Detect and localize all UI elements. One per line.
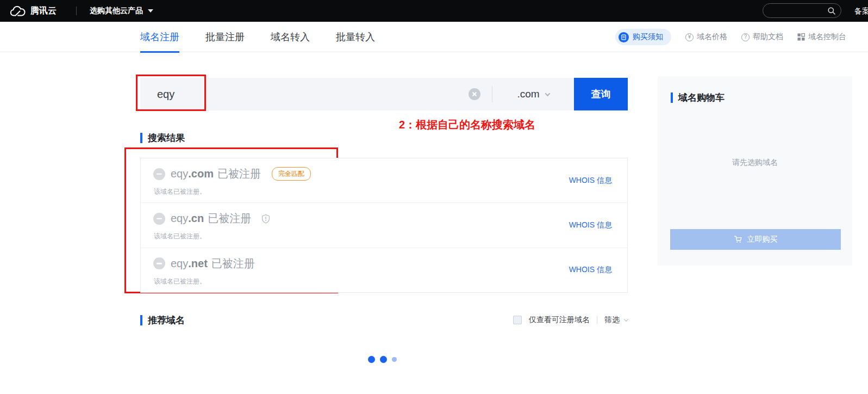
domain-name: eqy — [171, 168, 188, 180]
domain-status: 已被注册 — [211, 257, 255, 269]
domain-title: eqy.com已被注册 — [171, 167, 261, 181]
chevron-down-icon — [624, 317, 628, 321]
result-row-eqy-cn: eqy.cn已被注册 该域名已被注册。 WHOIS 信息 — [141, 202, 627, 247]
tab-batch-transfer-in[interactable]: 批量转入 — [336, 22, 375, 52]
subnav: 域名注册 批量注册 域名转入 批量转入 购买须知 — [0, 22, 868, 52]
registered-minus-icon — [153, 213, 165, 225]
domain-search-field: .com — [140, 78, 574, 110]
query-button[interactable]: 查询 — [574, 78, 628, 110]
domain-console-link[interactable]: 域名控制台 — [797, 32, 846, 42]
products-menu-label: 选购其他云产品 — [90, 6, 143, 16]
domain-tld: .com — [188, 168, 214, 180]
domain-price-label: 域名价格 — [697, 32, 727, 42]
whois-link[interactable]: WHOIS 信息 — [569, 265, 612, 275]
tabs: 域名注册 批量注册 域名转入 批量转入 — [140, 22, 375, 52]
beian-link[interactable]: 备案 — [854, 7, 868, 16]
tab-label: 域名注册 — [140, 30, 179, 44]
tab-label: 批量注册 — [205, 30, 245, 44]
result-row-eqy-net: eqy.net已被注册 该域名已被注册。 WHOIS 信息 — [141, 248, 627, 292]
question-circle-icon: ? — [741, 33, 750, 41]
tab-batch-register[interactable]: 批量注册 — [205, 22, 245, 52]
result-row-title: eqy.net已被注册 — [153, 256, 627, 271]
title-accent-bar — [140, 315, 142, 325]
cart-title: 域名购物车 — [671, 91, 725, 104]
loading-indicator — [368, 356, 397, 363]
cart-title-text: 域名购物车 — [678, 91, 725, 104]
exact-match-badge: 完全匹配 — [272, 167, 311, 181]
search-results-card: eqy.com已被注册 完全匹配 该域名已被注册。 WHOIS 信息 eqy.c… — [140, 158, 628, 293]
brand-logo[interactable]: 腾讯云 — [10, 5, 57, 17]
topbar-search[interactable] — [763, 3, 841, 18]
domain-title: eqy.net已被注册 — [171, 256, 255, 271]
loading-dot — [380, 356, 387, 363]
buy-now-label: 立即购买 — [747, 235, 778, 244]
help-docs-link[interactable]: ? 帮助文档 — [741, 32, 783, 42]
registrable-only-checkbox[interactable] — [513, 316, 522, 324]
result-row-eqy-com: eqy.com已被注册 完全匹配 该域名已被注册。 WHOIS 信息 — [141, 158, 627, 202]
active-tab-underline — [140, 51, 179, 53]
grid-icon — [797, 33, 805, 41]
tab-domain-transfer-in[interactable]: 域名转入 — [271, 22, 310, 52]
result-note: 该域名已被注册。 — [154, 232, 627, 241]
registered-minus-icon — [153, 257, 165, 269]
domain-console-label: 域名控制台 — [808, 32, 846, 42]
chevron-down-icon — [545, 91, 550, 96]
title-accent-bar — [140, 133, 142, 143]
domain-price-link[interactable]: ¥ 域名价格 — [685, 32, 727, 42]
loading-dot — [392, 357, 397, 362]
tld-select[interactable]: .com — [492, 78, 574, 110]
tab-label: 批量转入 — [336, 30, 375, 44]
help-docs-label: 帮助文档 — [753, 32, 783, 42]
loading-dot — [368, 356, 375, 363]
result-note: 该域名已被注册。 — [154, 187, 627, 196]
nav-links: 购买须知 ¥ 域名价格 ? 帮助文档 域名控制台 — [615, 22, 846, 52]
topbar: 腾讯云 选购其他云产品 备案 — [0, 0, 868, 22]
cart-empty-text: 请先选购域名 — [658, 158, 852, 168]
buy-now-button[interactable]: 立即购买 — [670, 229, 841, 250]
search-results-title-text: 搜索结果 — [148, 132, 185, 144]
yen-circle-icon: ¥ — [685, 33, 694, 41]
annotation-step2-text: 2：根据自己的名称搜索域名 — [399, 118, 535, 132]
domain-cart-panel: 域名购物车 请先选购域名 立即购买 — [658, 76, 852, 266]
topbar-search-input[interactable] — [763, 7, 827, 15]
topbar-divider — [76, 7, 77, 15]
tab-domain-register[interactable]: 域名注册 — [140, 22, 179, 52]
whois-link[interactable]: WHOIS 信息 — [569, 176, 612, 186]
domain-title: eqy.cn已被注册 — [171, 211, 251, 226]
filter-dropdown-label: 筛选 — [604, 315, 620, 325]
document-icon — [619, 32, 629, 42]
buy-notice-link[interactable]: 购买须知 — [615, 29, 671, 45]
domain-tld: .net — [188, 257, 208, 269]
shield-info-icon — [261, 214, 271, 224]
title-accent-bar — [671, 93, 673, 103]
search-results-title: 搜索结果 — [140, 132, 185, 144]
recommend-title-text: 推荐域名 — [148, 314, 185, 327]
buy-notice-label: 购买须知 — [633, 32, 663, 42]
result-row-title: eqy.cn已被注册 — [153, 211, 627, 226]
filter-divider — [597, 316, 597, 324]
domain-search-input[interactable] — [140, 78, 469, 110]
page: 腾讯云 选购其他云产品 备案 域名注册 批量注册 域名转入 — [0, 0, 868, 394]
domain-status: 已被注册 — [217, 168, 261, 180]
clear-input-icon[interactable] — [469, 88, 480, 100]
domain-status: 已被注册 — [208, 212, 251, 224]
brand-name: 腾讯云 — [30, 5, 57, 17]
registered-minus-icon — [153, 168, 165, 180]
domain-name: eqy — [171, 212, 188, 224]
recommend-title: 推荐域名 — [140, 314, 185, 327]
whois-link[interactable]: WHOIS 信息 — [569, 220, 612, 230]
tab-label: 域名转入 — [271, 30, 310, 44]
result-row-title: eqy.com已被注册 完全匹配 — [153, 167, 627, 181]
cart-icon — [734, 235, 742, 244]
domain-tld: .cn — [188, 212, 204, 224]
domain-name: eqy — [171, 257, 188, 269]
tld-selected-value: .com — [517, 88, 539, 100]
result-note: 该域名已被注册。 — [154, 277, 627, 286]
registrable-only-label: 仅查看可注册域名 — [529, 315, 590, 325]
products-menu[interactable]: 选购其他云产品 — [90, 6, 153, 16]
caret-down-icon — [148, 9, 153, 13]
tencent-cloud-logo-icon — [10, 5, 26, 17]
search-icon — [827, 7, 836, 15]
recommend-filter-row: 仅查看可注册域名 筛选 — [513, 315, 628, 325]
filter-dropdown[interactable]: 筛选 — [604, 315, 628, 325]
